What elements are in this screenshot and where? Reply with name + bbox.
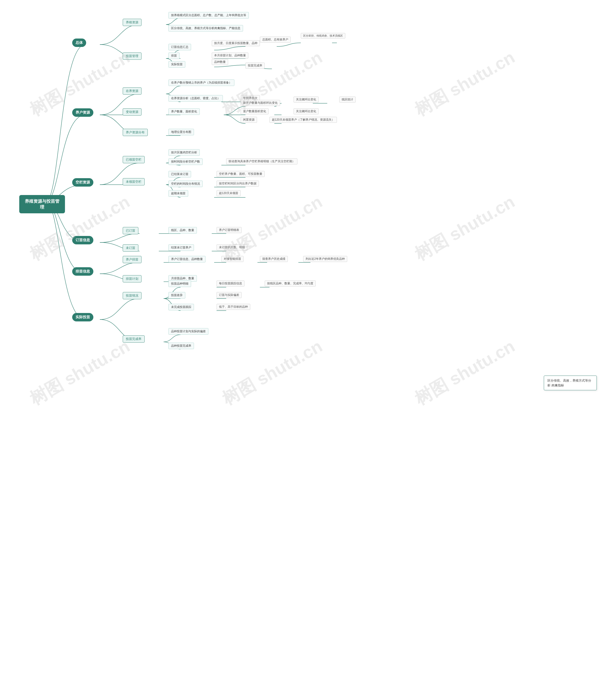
level4-pinzhong-shuliang: 品种数量	[212, 59, 228, 65]
level2-toujiao-wancheng-lv: 投苗完成率	[123, 335, 145, 343]
level3-dili-fenbu: 地理位置分布图	[169, 129, 194, 135]
level1-konglan: 空栏资源	[72, 178, 93, 187]
level2-yanghu-fenbu: 养户资源分布	[123, 129, 148, 136]
level4-diyu-gaoyu: 低于、高于目标的品种	[217, 304, 250, 310]
level4-tuihu: 退户数量面积变化	[241, 108, 268, 114]
level4-konglan-yanghu: 空栏养户数量、面积、可投苗数量	[217, 171, 265, 177]
level3-jiesuan-wuding2: 结算未订苗养户	[169, 244, 194, 251]
level4-meirituijiao: 每日投苗跟踪信息	[217, 280, 244, 286]
level1-yanghu-ziyuan: 养户资源	[72, 108, 93, 117]
level4-liechu-2nian: 列出近2年养户的饲养优良品种	[303, 256, 347, 262]
level2-biandong-ziyuan: 变动资源	[123, 108, 141, 115]
watermark-8: 树图 shutu.cn	[218, 335, 327, 410]
root-node: 养殖资源与投苗管理	[19, 195, 65, 213]
level4-chao120-wuling: 超120天未领苗	[217, 190, 241, 196]
level3-xianqu-pinzhong: 线区、品种、数量	[169, 227, 197, 234]
level3-dingjiao-huizong: 订苗信息汇总	[169, 44, 191, 50]
watermark-6: 树图 shutu.cn	[411, 190, 519, 266]
level3-shiji-toujiao: 实际投苗	[169, 61, 185, 68]
level4-chao120: 超120天未领苗养户（了解养户情况、资源流失）	[269, 117, 337, 123]
level4-xianqu-tongji: 线区统计	[339, 97, 356, 103]
level3-yanghu-dingjiao-pinzhong: 养户订苗信息、品种数量	[169, 256, 205, 262]
watermark-9: 树图 shutu.cn	[411, 335, 519, 410]
level3-pinzhong-jihua-shiji: 品种投苗计划与实际的偏差	[169, 328, 208, 335]
level4-anxianqu-pinzhong: 按线区品种、数量、完成率、均匀度	[265, 280, 316, 286]
level3-yanghu-shuliang: 养户数量、面积变化	[169, 108, 200, 115]
level4-toujiao-wancheng: 投苗完成率	[245, 63, 265, 69]
level3-angyangzhi: 按养殖模式区分总面积、总户数、总产能、上年饲养批次等	[169, 12, 249, 19]
level2-wudingjiao: 未订苗	[123, 244, 138, 252]
level4-guanzhu-huan1: 关注阈环比变化	[293, 97, 318, 103]
level4-dingmiao-shiji-pianca: 订苗与实际偏差	[217, 292, 242, 298]
level2-paijiao-jihua: 排苗计划	[123, 275, 141, 282]
level3-anpianqu-weiwei: 按片区微鸡空栏分析	[169, 149, 200, 156]
level2-toumiao-guanli: 投苗管理	[123, 52, 141, 60]
level3-chaoqi-wuling: 超期未领苗	[169, 190, 188, 197]
level4-duijie-zhineng: 对接智能排苗	[221, 256, 243, 262]
level4-shaicha: 筛查养户历史成绩	[260, 256, 288, 262]
level3-zaiyangziyuan-fenxi: 在养资源分析（总面积、密度、占比）	[169, 95, 223, 102]
level4-zongmianji: 总面积、总有效养户	[260, 37, 291, 43]
level3-paijiao: 排苗	[169, 52, 179, 59]
level3-anshijian-konglan: 按时间段分析空栏户数	[169, 158, 203, 165]
level4-benyue-paijiao: 本月排苗计划、品种数量	[212, 52, 248, 59]
level3-konglan-shijian: 空栏的时间段分布情况	[169, 180, 203, 187]
level4-angyuedu: 按月度、日度展示投苗数量、品种	[212, 40, 260, 46]
connector-lines	[5, 7, 611, 441]
level2-yangzhi-ziyuan: 养殖资源	[123, 19, 141, 26]
level4-yanghu-dingjiao-mxb: 养户订苗明细表	[217, 227, 242, 233]
tooltip-box: 区分传统、高效，养殖方式等分析 肉禽指标	[544, 376, 597, 390]
level4-qufenhuankong: 区分坏控、传统鸡舍、技术员线区	[301, 33, 345, 39]
level2-toujiao-qingkuang: 投苗情况	[123, 292, 141, 299]
level1-dingjiao-info: 订苗信息	[72, 236, 93, 244]
level3-qufen: 区分传统、高效、养殖方式等分析肉禽指标、产能信息	[169, 25, 243, 31]
level1-zongti: 总体	[72, 39, 86, 47]
level2-wuling-konglan: 未领苗空栏	[123, 178, 145, 185]
level3-jiesuan-wuding: 已结算未订苗	[169, 171, 191, 177]
level4-xianzhi: 闲置资源	[241, 117, 257, 123]
level2-yiling-konglan: 已领苗空栏	[123, 156, 145, 163]
level3-zaiyanghu-fenxi: 在养户数分预销上市的养户（为后续排苗准备）	[169, 80, 234, 86]
level3-toujiao-pinzhong-mxb: 投苗品种明细	[169, 280, 191, 287]
level4-wudingjiao-tianshu: 未订苗的天数、明细	[217, 244, 247, 250]
level1-shiji-toujiao: 实际投苗	[72, 313, 93, 321]
level2-yanghu-paijiao: 养户排苗	[123, 256, 141, 263]
level4-guanzhu-huan2: 关注阈环比变化	[293, 108, 318, 114]
level3-wancheng-toujiao-genzong: 未完成投苗跟踪	[169, 304, 194, 311]
level3-toujiao-chayao: 投苗差异	[169, 292, 185, 299]
level4-ankonglang-shijian: 按空栏时间区分列出养户数据	[217, 180, 259, 187]
level1-paijiao-info: 排苗信息	[72, 267, 93, 276]
level4-xinkaihu: 新开户数量与面积环比变化	[241, 100, 280, 106]
watermark-7: 树图 shutu.cn	[26, 335, 134, 410]
watermark-3: 树图 shutu.cn	[411, 46, 519, 122]
level4-liandong-chaxun: 联动查询具体养户空栏养殖明细（生产关注空栏期）	[226, 158, 298, 165]
level2-yidingjiao: 已订苗	[123, 227, 138, 234]
level3-pinzhong-wancheng-lv: 品种投苗完成率	[169, 343, 194, 349]
level2-zaiyangziyuan: 在养资源	[123, 87, 141, 94]
